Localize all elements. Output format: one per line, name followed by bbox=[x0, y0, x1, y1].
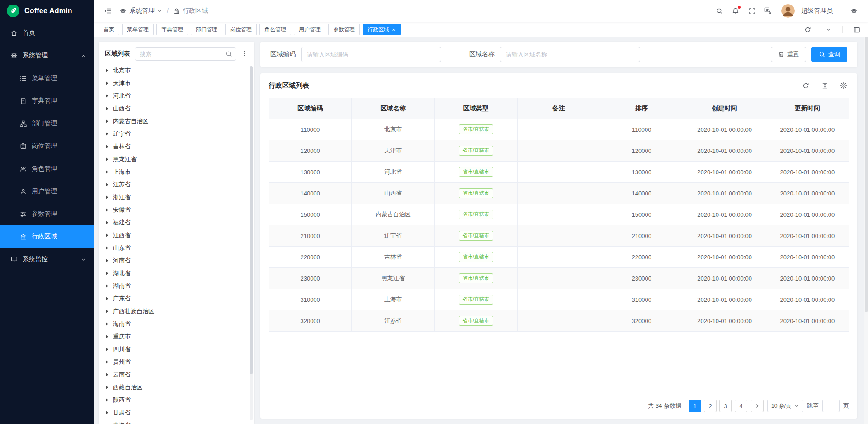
tree-item[interactable]: 福建省 bbox=[105, 216, 249, 229]
settings-gear-icon[interactable] bbox=[847, 4, 861, 18]
app-logo[interactable]: Coffee Admin bbox=[0, 0, 94, 22]
tree-item[interactable]: 广西壮族自治区 bbox=[105, 305, 249, 318]
table-row[interactable]: 220000吉林省省市/直辖市2200002020-10-01 00:00:00… bbox=[269, 247, 849, 268]
sidebar-item-admin-region[interactable]: 行政区域 bbox=[0, 225, 94, 248]
fullscreen-icon[interactable] bbox=[745, 4, 759, 18]
tree-item[interactable]: 内蒙古自治区 bbox=[105, 115, 249, 128]
table-row[interactable]: 320000江苏省省市/直辖市3200002020-10-01 00:00:00… bbox=[269, 310, 849, 332]
table-row[interactable]: 110000北京市省市/直辖市1100002020-10-01 00:00:00… bbox=[269, 119, 849, 140]
page-button-1[interactable]: 1 bbox=[689, 400, 701, 412]
tree-item[interactable]: 吉林省 bbox=[105, 140, 249, 153]
table-density-icon[interactable] bbox=[819, 80, 830, 91]
current-user-name[interactable]: 超级管理员 bbox=[801, 7, 833, 15]
next-page-button[interactable] bbox=[751, 400, 764, 412]
page-button-2[interactable]: 2 bbox=[704, 400, 717, 412]
reset-button[interactable]: 重置 bbox=[771, 47, 806, 62]
tab-bar: 首页菜单管理字典管理部门管理岗位管理角色管理用户管理参数管理行政区域× bbox=[94, 22, 868, 37]
translate-icon[interactable] bbox=[761, 4, 775, 18]
table-row[interactable]: 210000辽宁省省市/直辖市2100002020-10-01 00:00:00… bbox=[269, 225, 849, 247]
content-expand-icon[interactable] bbox=[850, 23, 863, 36]
tree-item[interactable]: 山西省 bbox=[105, 102, 249, 115]
table-row[interactable]: 120000天津市省市/直辖市1200002020-10-01 00:00:00… bbox=[269, 140, 849, 162]
cell-type: 省市/直辖市 bbox=[434, 140, 517, 162]
tree-item[interactable]: 河北省 bbox=[105, 90, 249, 102]
tree-item[interactable]: 山东省 bbox=[105, 242, 249, 254]
table-row[interactable]: 230000黑龙江省省市/直辖市2300002020-10-01 00:00:0… bbox=[269, 268, 849, 289]
tree-more-menu-icon[interactable] bbox=[241, 49, 249, 59]
tab-post-management[interactable]: 岗位管理 bbox=[225, 24, 257, 35]
tree-item[interactable]: 湖北省 bbox=[105, 267, 249, 280]
tree-item[interactable]: 西藏自治区 bbox=[105, 381, 249, 394]
page-size-select[interactable]: 10 条/页 bbox=[767, 400, 803, 412]
close-icon[interactable]: × bbox=[392, 27, 396, 33]
tree-item[interactable]: 湖南省 bbox=[105, 280, 249, 292]
sidebar-item-menu-management[interactable]: 菜单管理 bbox=[0, 67, 94, 90]
search-icon[interactable] bbox=[712, 4, 726, 18]
tree-item[interactable]: 安徽省 bbox=[105, 204, 249, 216]
query-button[interactable]: 查询 bbox=[811, 47, 847, 62]
page-scrollbar[interactable] bbox=[864, 22, 868, 424]
region-search-button[interactable] bbox=[222, 48, 236, 60]
tree-item[interactable]: 上海市 bbox=[105, 166, 249, 178]
sidebar-item-system-monitor[interactable]: 系统监控 bbox=[0, 248, 94, 271]
sidebar-item-user-management[interactable]: 用户管理 bbox=[0, 180, 94, 203]
region-search-input[interactable] bbox=[135, 51, 222, 57]
region-name-input[interactable] bbox=[500, 47, 640, 62]
tree-scrollbar[interactable] bbox=[250, 66, 253, 420]
sidebar-item-label: 部门管理 bbox=[32, 119, 57, 128]
sidebar-item-param-management[interactable]: 参数管理 bbox=[0, 203, 94, 225]
sidebar-item-post-management[interactable]: 岗位管理 bbox=[0, 135, 94, 157]
tree-item[interactable]: 四川省 bbox=[105, 343, 249, 356]
tree-item-label: 内蒙古自治区 bbox=[113, 117, 148, 125]
tree-item[interactable]: 浙江省 bbox=[105, 191, 249, 204]
tree-item[interactable]: 天津市 bbox=[105, 77, 249, 90]
page-scrollbar-thumb[interactable] bbox=[865, 23, 868, 312]
tree-item[interactable]: 青海省 bbox=[105, 419, 249, 424]
table-refresh-icon[interactable] bbox=[800, 80, 811, 91]
tree-item[interactable]: 广东省 bbox=[105, 292, 249, 305]
sidebar-item-dept-management[interactable]: 部门管理 bbox=[0, 112, 94, 135]
tree-item[interactable]: 辽宁省 bbox=[105, 128, 249, 140]
tab-admin-region[interactable]: 行政区域× bbox=[363, 24, 401, 35]
table-row[interactable]: 140000山西省省市/直辖市1400002020-10-01 00:00:00… bbox=[269, 183, 849, 204]
tab-home[interactable]: 首页 bbox=[99, 24, 119, 35]
tree-item[interactable]: 甘肃省 bbox=[105, 406, 249, 419]
table-row[interactable]: 130000河北省省市/直辖市1300002020-10-01 00:00:00… bbox=[269, 162, 849, 183]
breadcrumb-system-management[interactable]: 系统管理 bbox=[119, 7, 162, 15]
avatar[interactable] bbox=[781, 4, 795, 18]
tree-scrollbar-thumb[interactable] bbox=[250, 66, 253, 374]
tab-dept-management[interactable]: 部门管理 bbox=[191, 24, 222, 35]
collapse-sidebar-icon[interactable] bbox=[101, 4, 115, 18]
tree-item[interactable]: 重庆市 bbox=[105, 330, 249, 343]
breadcrumb-admin-region[interactable]: 行政区域 bbox=[173, 7, 208, 15]
cell-name: 辽宁省 bbox=[352, 225, 434, 247]
sidebar-item-dict-management[interactable]: 字典管理 bbox=[0, 90, 94, 112]
tab-user-management[interactable]: 用户管理 bbox=[294, 24, 326, 35]
tab-role-management[interactable]: 角色管理 bbox=[259, 24, 291, 35]
tab-dict-management[interactable]: 字典管理 bbox=[156, 24, 188, 35]
tree-item[interactable]: 河南省 bbox=[105, 254, 249, 267]
table-settings-icon[interactable] bbox=[838, 80, 849, 91]
notification-bell-icon[interactable] bbox=[729, 4, 742, 18]
jump-page-input[interactable] bbox=[822, 400, 840, 412]
sidebar-item-role-management[interactable]: 角色管理 bbox=[0, 157, 94, 180]
tree-item[interactable]: 贵州省 bbox=[105, 356, 249, 368]
region-code-input[interactable] bbox=[301, 47, 441, 62]
tab-menu-chevron-icon[interactable] bbox=[821, 23, 835, 36]
sidebar-item-home[interactable]: 首页 bbox=[0, 22, 94, 44]
tab-menu-management[interactable]: 菜单管理 bbox=[122, 24, 154, 35]
tree-item[interactable]: 海南省 bbox=[105, 318, 249, 330]
tree-item[interactable]: 江西省 bbox=[105, 229, 249, 242]
page-button-3[interactable]: 3 bbox=[719, 400, 732, 412]
page-button-4[interactable]: 4 bbox=[735, 400, 747, 412]
tab-param-management[interactable]: 参数管理 bbox=[328, 24, 360, 35]
table-row[interactable]: 310000上海市省市/直辖市3100002020-10-01 00:00:00… bbox=[269, 289, 849, 310]
sidebar-item-system-management[interactable]: 系统管理 bbox=[0, 44, 94, 67]
tree-item[interactable]: 云南省 bbox=[105, 368, 249, 381]
tree-item[interactable]: 陕西省 bbox=[105, 394, 249, 406]
tree-item[interactable]: 黑龙江省 bbox=[105, 153, 249, 166]
tree-item[interactable]: 北京市 bbox=[105, 64, 249, 77]
table-row[interactable]: 150000内蒙古自治区省市/直辖市1500002020-10-01 00:00… bbox=[269, 204, 849, 225]
tree-item[interactable]: 江苏省 bbox=[105, 178, 249, 191]
refresh-tab-icon[interactable] bbox=[801, 23, 814, 36]
